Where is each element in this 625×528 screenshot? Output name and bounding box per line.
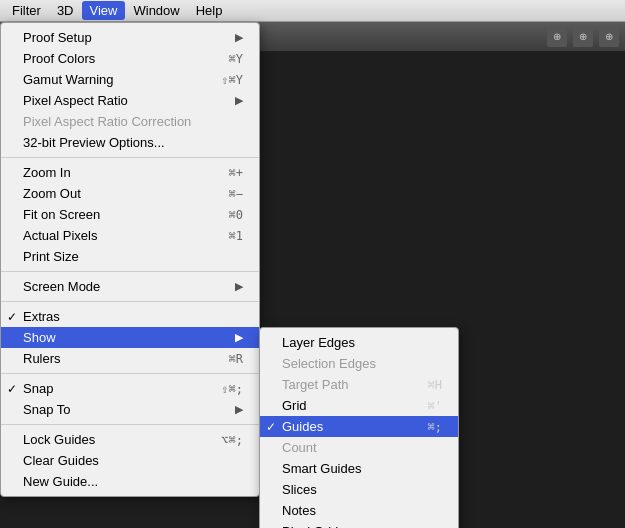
menu-item-zoom-in[interactable]: Zoom In ⌘+ [1, 162, 259, 183]
proof-colors-shortcut: ⌘Y [209, 52, 243, 66]
lock-guides-shortcut: ⌥⌘; [201, 433, 243, 447]
pixel-aspect-ratio-label: Pixel Aspect Ratio [23, 93, 128, 108]
target-path-label: Target Path [282, 377, 349, 392]
menu-item-show[interactable]: Show ▶ Layer Edges Selection Edges Targe… [1, 327, 259, 348]
menu-item-extras[interactable]: Extras [1, 306, 259, 327]
guides-shortcut: ⌘; [408, 420, 442, 434]
clear-guides-label: Clear Guides [23, 453, 99, 468]
new-guide-label: New Guide... [23, 474, 98, 489]
toolbar-icon-7[interactable]: ⊕ [599, 27, 619, 47]
menu-item-clear-guides[interactable]: Clear Guides [1, 450, 259, 471]
fit-on-screen-shortcut: ⌘0 [209, 208, 243, 222]
toolbar-icon-6[interactable]: ⊕ [573, 27, 593, 47]
rulers-shortcut: ⌘R [209, 352, 243, 366]
32bit-preview-label: 32-bit Preview Options... [23, 135, 165, 150]
submenu-item-grid[interactable]: Grid ⌘' [260, 395, 458, 416]
gamut-warning-shortcut: ⇧⌘Y [201, 73, 243, 87]
submenu-item-smart-guides[interactable]: Smart Guides [260, 458, 458, 479]
menubar-view[interactable]: View [82, 1, 126, 20]
menu-item-snap[interactable]: Snap ⇧⌘; [1, 378, 259, 399]
menubar-help[interactable]: Help [188, 1, 231, 20]
divider-4 [1, 373, 259, 374]
lock-guides-label: Lock Guides [23, 432, 95, 447]
extras-label: Extras [23, 309, 60, 324]
menu-item-pixel-aspect-ratio-correction: Pixel Aspect Ratio Correction [1, 111, 259, 132]
slices-label: Slices [282, 482, 317, 497]
submenu-item-pixel-grid[interactable]: Pixel Grid [260, 521, 458, 528]
pixel-grid-label: Pixel Grid [282, 524, 338, 528]
divider-5 [1, 424, 259, 425]
zoom-out-shortcut: ⌘− [209, 187, 243, 201]
fit-on-screen-label: Fit on Screen [23, 207, 100, 222]
snap-to-arrow: ▶ [215, 403, 243, 416]
show-arrow: ▶ [215, 331, 243, 344]
menu-item-proof-colors[interactable]: Proof Colors ⌘Y [1, 48, 259, 69]
menu-item-screen-mode[interactable]: Screen Mode ▶ [1, 276, 259, 297]
pixel-aspect-ratio-correction-label: Pixel Aspect Ratio Correction [23, 114, 191, 129]
snap-label: Snap [23, 381, 53, 396]
divider-2 [1, 271, 259, 272]
menu-item-fit-on-screen[interactable]: Fit on Screen ⌘0 [1, 204, 259, 225]
menu-item-actual-pixels[interactable]: Actual Pixels ⌘1 [1, 225, 259, 246]
snap-shortcut: ⇧⌘; [201, 382, 243, 396]
show-label: Show [23, 330, 56, 345]
menu-item-proof-setup[interactable]: Proof Setup ▶ [1, 27, 259, 48]
pixel-aspect-ratio-arrow: ▶ [215, 94, 243, 107]
snap-to-label: Snap To [23, 402, 70, 417]
proof-colors-label: Proof Colors [23, 51, 95, 66]
menu-item-pixel-aspect-ratio[interactable]: Pixel Aspect Ratio ▶ [1, 90, 259, 111]
screen-mode-arrow: ▶ [215, 280, 243, 293]
menu-item-32bit-preview[interactable]: 32-bit Preview Options... [1, 132, 259, 153]
menu-item-print-size[interactable]: Print Size [1, 246, 259, 267]
show-submenu: Layer Edges Selection Edges Target Path … [259, 327, 459, 528]
menubar-3d[interactable]: 3D [49, 1, 82, 20]
proof-setup-label: Proof Setup [23, 30, 92, 45]
menu-item-zoom-out[interactable]: Zoom Out ⌘− [1, 183, 259, 204]
submenu-item-target-path: Target Path ⌘H [260, 374, 458, 395]
divider-3 [1, 301, 259, 302]
actual-pixels-shortcut: ⌘1 [209, 229, 243, 243]
target-path-shortcut: ⌘H [408, 378, 442, 392]
zoom-in-label: Zoom In [23, 165, 71, 180]
rulers-label: Rulers [23, 351, 61, 366]
dropdown-container: Proof Setup ▶ Proof Colors ⌘Y Gamut Warn… [0, 22, 260, 497]
menu-item-gamut-warning[interactable]: Gamut Warning ⇧⌘Y [1, 69, 259, 90]
menubar-filter[interactable]: Filter [4, 1, 49, 20]
screen-mode-label: Screen Mode [23, 279, 100, 294]
submenu-item-selection-edges: Selection Edges [260, 353, 458, 374]
smart-guides-label: Smart Guides [282, 461, 361, 476]
view-menu: Proof Setup ▶ Proof Colors ⌘Y Gamut Warn… [0, 22, 260, 497]
layer-edges-label: Layer Edges [282, 335, 355, 350]
submenu-item-slices[interactable]: Slices [260, 479, 458, 500]
toolbar-icon-5[interactable]: ⊕ [547, 27, 567, 47]
submenu-item-count: Count [260, 437, 458, 458]
count-label: Count [282, 440, 317, 455]
grid-label: Grid [282, 398, 307, 413]
guides-label: Guides [282, 419, 323, 434]
selection-edges-label: Selection Edges [282, 356, 376, 371]
proof-setup-arrow: ▶ [215, 31, 243, 44]
grid-shortcut: ⌘' [408, 399, 442, 413]
submenu-item-notes[interactable]: Notes [260, 500, 458, 521]
zoom-in-shortcut: ⌘+ [209, 166, 243, 180]
notes-label: Notes [282, 503, 316, 518]
zoom-out-label: Zoom Out [23, 186, 81, 201]
gamut-warning-label: Gamut Warning [23, 72, 114, 87]
submenu-item-guides[interactable]: Guides ⌘; [260, 416, 458, 437]
menu-item-rulers[interactable]: Rulers ⌘R [1, 348, 259, 369]
menu-item-snap-to[interactable]: Snap To ▶ [1, 399, 259, 420]
menubar: Filter 3D View Window Help [0, 0, 625, 22]
divider-1 [1, 157, 259, 158]
submenu-item-layer-edges[interactable]: Layer Edges [260, 332, 458, 353]
menu-item-new-guide[interactable]: New Guide... [1, 471, 259, 492]
actual-pixels-label: Actual Pixels [23, 228, 97, 243]
menu-item-lock-guides[interactable]: Lock Guides ⌥⌘; [1, 429, 259, 450]
print-size-label: Print Size [23, 249, 79, 264]
menubar-window[interactable]: Window [125, 1, 187, 20]
